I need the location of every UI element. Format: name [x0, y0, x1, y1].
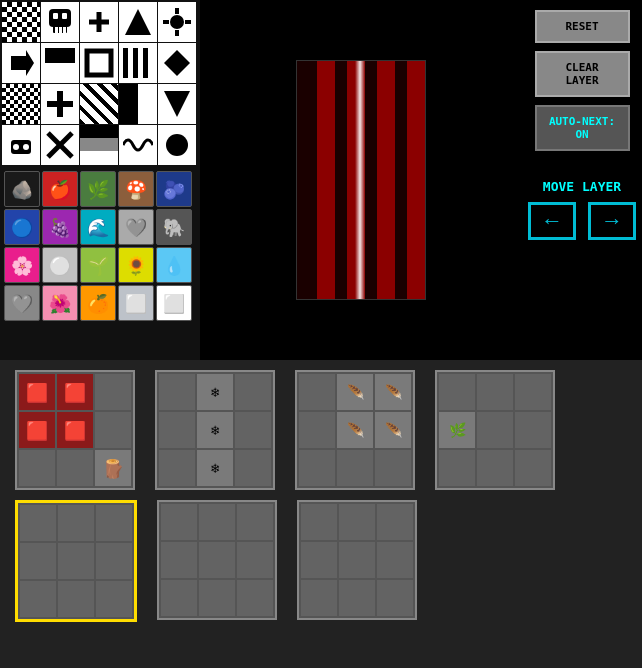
inv-slot-f3b[interactable]: [301, 542, 337, 578]
inv-slot-c5[interactable]: [235, 450, 271, 486]
inv-slot-f4[interactable]: [375, 450, 411, 486]
dye-gray[interactable]: 🐘: [156, 209, 192, 245]
reset-button[interactable]: RESET: [535, 10, 630, 43]
inv-slot-empty1[interactable]: [95, 374, 131, 410]
inv-slot-g7[interactable]: [515, 450, 551, 486]
inv-slot-sel6[interactable]: [20, 581, 56, 617]
inv-slot-f6b[interactable]: [301, 580, 337, 616]
inv-slot-f2b[interactable]: [377, 504, 413, 540]
pattern-lines-diag[interactable]: [80, 84, 118, 124]
inv-slot-e7[interactable]: [199, 580, 235, 616]
inv-slot-sel3[interactable]: [20, 543, 56, 579]
inv-slot-g0[interactable]: [439, 374, 475, 410]
dye-green[interactable]: 🌿: [80, 171, 116, 207]
pattern-gradient[interactable]: [80, 125, 118, 165]
dye-lightblue[interactable]: 💧: [156, 247, 192, 283]
dye-brown[interactable]: 🍄: [118, 171, 154, 207]
dye-black[interactable]: 🪨: [4, 171, 40, 207]
inv-slot-redblock1[interactable]: 🟥: [19, 374, 55, 410]
pattern-rect-border[interactable]: [80, 43, 118, 83]
inv-slot-sel1[interactable]: [58, 505, 94, 541]
pattern-snout[interactable]: [2, 125, 40, 165]
inv-slot-empty2[interactable]: [95, 412, 131, 448]
pattern-small-check[interactable]: [2, 84, 40, 124]
inv-slot-redblock3[interactable]: 🟥: [19, 412, 55, 448]
inv-slot-f1b[interactable]: [339, 504, 375, 540]
inv-slot-e6[interactable]: [161, 580, 197, 616]
inv-slot-crystal2[interactable]: ❄️: [197, 412, 233, 448]
inv-slot-e4[interactable]: [199, 542, 235, 578]
pattern-circle[interactable]: [158, 125, 196, 165]
inv-slot-sel4[interactable]: [58, 543, 94, 579]
pattern-stripe-vert[interactable]: [119, 43, 157, 83]
dye-orange[interactable]: 🍊: [80, 285, 116, 321]
pattern-half-top[interactable]: [41, 43, 79, 83]
inv-slot-f0[interactable]: [299, 374, 335, 410]
inv-slot-c4[interactable]: [159, 450, 195, 486]
inv-slot-g3[interactable]: [477, 412, 513, 448]
inv-slot-f8b[interactable]: [377, 580, 413, 616]
inv-slot-sel7[interactable]: [58, 581, 94, 617]
inv-slot-c1[interactable]: [235, 374, 271, 410]
inv-slot-sel0[interactable]: [20, 505, 56, 541]
pattern-diamond[interactable]: [158, 43, 196, 83]
inv-slot-e0[interactable]: [161, 504, 197, 540]
pattern-wave[interactable]: [119, 125, 157, 165]
inv-slot-empty3[interactable]: [19, 450, 55, 486]
inv-slot-f4b[interactable]: [339, 542, 375, 578]
inv-slot-e3[interactable]: [161, 542, 197, 578]
clear-layer-button[interactable]: CLEAR LAYER: [535, 51, 630, 97]
pattern-gear[interactable]: [158, 2, 196, 42]
inv-slot-f7b[interactable]: [339, 580, 375, 616]
inv-slot-feather4[interactable]: 🪶: [375, 412, 411, 448]
dye-pink[interactable]: 🌸: [4, 247, 40, 283]
pattern-arrow-right[interactable]: [2, 43, 40, 83]
inv-slot-f1[interactable]: [299, 412, 335, 448]
inv-slot-f3[interactable]: [337, 450, 373, 486]
pattern-skull[interactable]: [41, 2, 79, 42]
dye-yellow[interactable]: 🌻: [118, 247, 154, 283]
dye-blue[interactable]: 🫐: [156, 171, 192, 207]
pattern-triangle-up[interactable]: [119, 2, 157, 42]
dye-gray2[interactable]: 🩶: [4, 285, 40, 321]
dye-silver[interactable]: ⚪: [42, 247, 78, 283]
inv-slot-feather1[interactable]: 🪶: [337, 374, 373, 410]
pattern-cross[interactable]: [80, 2, 118, 42]
inv-slot-c0[interactable]: [159, 374, 195, 410]
inv-slot-sel5[interactable]: [96, 543, 132, 579]
dye-pink2[interactable]: 🌺: [42, 285, 78, 321]
inv-slot-g4[interactable]: [515, 412, 551, 448]
inv-slot-g1[interactable]: [477, 374, 513, 410]
inv-slot-g2[interactable]: [515, 374, 551, 410]
inv-slot-e8[interactable]: [237, 580, 273, 616]
inv-slot-f2[interactable]: [299, 450, 335, 486]
inv-slot-feather3[interactable]: 🪶: [337, 412, 373, 448]
pattern-cross2[interactable]: [41, 125, 79, 165]
dye-silver2[interactable]: ⬜: [118, 285, 154, 321]
inv-slot-empty4[interactable]: [57, 450, 93, 486]
dye-cyan[interactable]: 🌊: [80, 209, 116, 245]
move-layer-left-button[interactable]: ←: [528, 202, 576, 240]
inv-slot-g6[interactable]: [477, 450, 513, 486]
inv-slot-c3[interactable]: [235, 412, 271, 448]
inv-slot-c2[interactable]: [159, 412, 195, 448]
inv-slot-f5b[interactable]: [377, 542, 413, 578]
inv-slot-e2[interactable]: [237, 504, 273, 540]
pattern-plus[interactable]: [41, 84, 79, 124]
inv-slot-crystal1[interactable]: ❄️: [197, 374, 233, 410]
inv-slot-f0b[interactable]: [301, 504, 337, 540]
pattern-checker[interactable]: [2, 2, 40, 42]
auto-next-button[interactable]: AUTO-NEXT: ON: [535, 105, 630, 151]
pattern-triangle-down[interactable]: [158, 84, 196, 124]
pattern-half-side[interactable]: [119, 84, 157, 124]
dye-red[interactable]: 🍎: [42, 171, 78, 207]
dye-lime[interactable]: 🌱: [80, 247, 116, 283]
inv-slot-feather2[interactable]: 🪶: [375, 374, 411, 410]
inv-slot-redblock2[interactable]: 🟥: [57, 374, 93, 410]
inv-slot-stick[interactable]: 🪵: [95, 450, 131, 486]
inv-slot-green1[interactable]: 🌿: [439, 412, 475, 448]
inv-slot-e5[interactable]: [237, 542, 273, 578]
inv-slot-e1[interactable]: [199, 504, 235, 540]
dye-white[interactable]: ⬜: [156, 285, 192, 321]
dye-purple[interactable]: 🍇: [42, 209, 78, 245]
